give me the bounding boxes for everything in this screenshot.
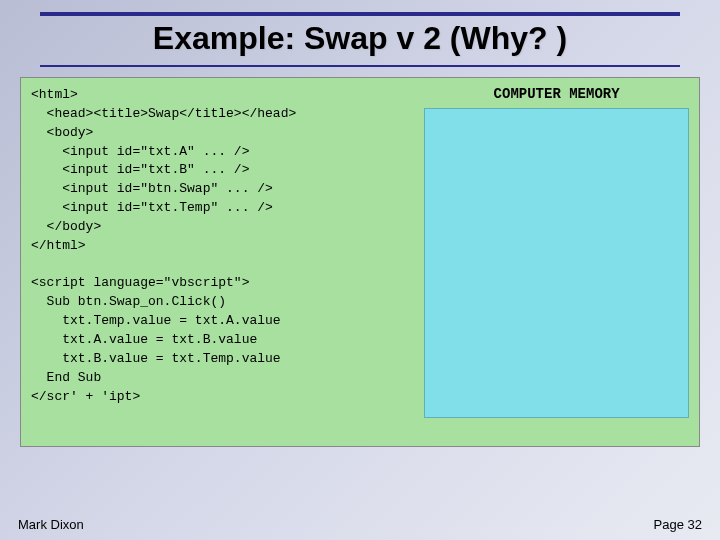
- content-area: <html> <head><title>Swap</title></head> …: [20, 77, 700, 447]
- memory-panel: COMPUTER MEMORY: [414, 78, 699, 446]
- memory-box: [424, 108, 689, 418]
- code-panel: <html> <head><title>Swap</title></head> …: [21, 78, 414, 446]
- title-bar: Example: Swap v 2 (Why? ): [40, 12, 680, 67]
- footer: Mark Dixon Page 32: [0, 517, 720, 532]
- author-label: Mark Dixon: [18, 517, 84, 532]
- page-number: Page 32: [654, 517, 702, 532]
- memory-heading: COMPUTER MEMORY: [424, 86, 689, 102]
- slide-title: Example: Swap v 2 (Why? ): [40, 20, 680, 67]
